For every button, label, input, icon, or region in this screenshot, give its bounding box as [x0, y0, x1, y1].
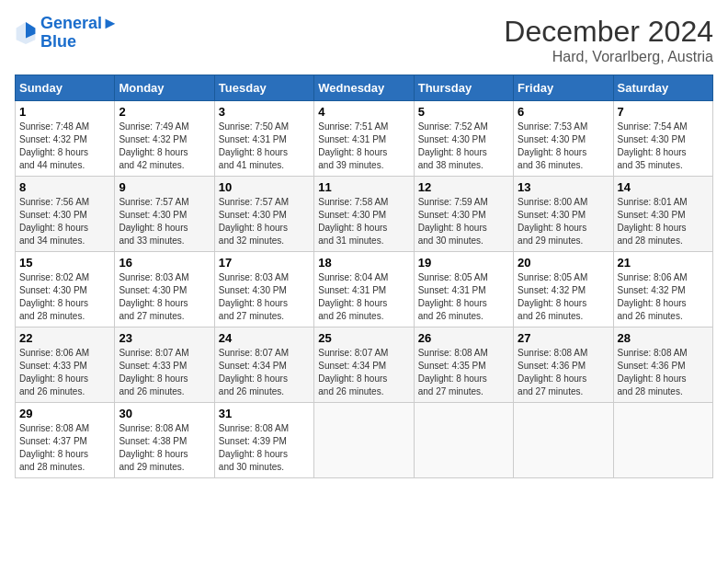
day-info: Sunrise: 7:57 AM Sunset: 4:30 PM Dayligh…: [119, 196, 210, 247]
weekday-header: Saturday: [613, 75, 712, 101]
calendar-cell: 22Sunrise: 8:06 AM Sunset: 4:33 PM Dayli…: [16, 327, 115, 403]
calendar-cell: 2Sunrise: 7:49 AM Sunset: 4:32 PM Daylig…: [115, 101, 214, 177]
day-info: Sunrise: 8:08 AM Sunset: 4:39 PM Dayligh…: [219, 422, 310, 474]
day-info: Sunrise: 8:08 AM Sunset: 4:36 PM Dayligh…: [518, 347, 609, 398]
day-info: Sunrise: 8:05 AM Sunset: 4:31 PM Dayligh…: [418, 271, 509, 323]
calendar-cell: 6Sunrise: 7:53 AM Sunset: 4:30 PM Daylig…: [514, 101, 613, 177]
calendar-cell: 11Sunrise: 7:58 AM Sunset: 4:30 PM Dayli…: [314, 177, 414, 252]
day-info: Sunrise: 8:00 AM Sunset: 4:30 PM Dayligh…: [518, 196, 609, 247]
day-number: 23: [119, 331, 210, 345]
calendar-cell: [514, 403, 613, 478]
calendar-cell: 15Sunrise: 8:02 AM Sunset: 4:30 PM Dayli…: [16, 252, 115, 327]
day-number: 30: [119, 407, 210, 420]
title-area: December 2024 Hard, Vorarlberg, Austria: [504, 15, 713, 65]
day-info: Sunrise: 7:59 AM Sunset: 4:30 PM Dayligh…: [418, 196, 509, 247]
logo-general: General: [40, 14, 102, 32]
day-number: 20: [518, 256, 609, 270]
calendar-cell: 3Sunrise: 7:50 AM Sunset: 4:31 PM Daylig…: [214, 101, 313, 177]
calendar-week-row: 29Sunrise: 8:08 AM Sunset: 4:37 PM Dayli…: [16, 403, 713, 478]
day-info: Sunrise: 7:51 AM Sunset: 4:31 PM Dayligh…: [318, 121, 409, 172]
calendar-cell: 30Sunrise: 8:08 AM Sunset: 4:38 PM Dayli…: [115, 403, 214, 478]
calendar-cell: 13Sunrise: 8:00 AM Sunset: 4:30 PM Dayli…: [514, 177, 613, 252]
day-number: 10: [219, 180, 310, 194]
calendar-cell: 12Sunrise: 7:59 AM Sunset: 4:30 PM Dayli…: [414, 177, 513, 252]
day-number: 5: [418, 105, 509, 119]
day-number: 31: [219, 407, 310, 420]
day-number: 1: [19, 105, 110, 119]
day-number: 25: [318, 331, 409, 345]
calendar-cell: 27Sunrise: 8:08 AM Sunset: 4:36 PM Dayli…: [514, 327, 613, 403]
day-number: 9: [119, 180, 210, 194]
day-number: 12: [418, 180, 509, 194]
logo-text: General► Blue: [40, 15, 119, 52]
day-number: 17: [219, 256, 310, 270]
day-info: Sunrise: 7:50 AM Sunset: 4:31 PM Dayligh…: [219, 121, 310, 172]
day-info: Sunrise: 8:04 AM Sunset: 4:31 PM Dayligh…: [318, 271, 409, 323]
day-info: Sunrise: 8:01 AM Sunset: 4:30 PM Dayligh…: [618, 196, 709, 247]
day-info: Sunrise: 7:54 AM Sunset: 4:30 PM Dayligh…: [618, 121, 709, 172]
weekday-header: Sunday: [16, 75, 115, 101]
day-number: 28: [618, 331, 709, 345]
day-info: Sunrise: 7:53 AM Sunset: 4:30 PM Dayligh…: [518, 121, 609, 172]
day-info: Sunrise: 8:05 AM Sunset: 4:32 PM Dayligh…: [518, 271, 609, 323]
day-info: Sunrise: 8:06 AM Sunset: 4:33 PM Dayligh…: [19, 347, 110, 398]
day-info: Sunrise: 8:07 AM Sunset: 4:34 PM Dayligh…: [318, 347, 409, 398]
weekday-header: Thursday: [414, 75, 513, 101]
calendar-cell: 28Sunrise: 8:08 AM Sunset: 4:36 PM Dayli…: [613, 327, 712, 403]
calendar-week-row: 22Sunrise: 8:06 AM Sunset: 4:33 PM Dayli…: [16, 327, 713, 403]
day-info: Sunrise: 7:48 AM Sunset: 4:32 PM Dayligh…: [19, 121, 110, 172]
day-info: Sunrise: 8:08 AM Sunset: 4:37 PM Dayligh…: [19, 422, 110, 474]
day-number: 24: [219, 331, 310, 345]
day-number: 26: [418, 331, 509, 345]
calendar-cell: [314, 403, 414, 478]
calendar-cell: [414, 403, 513, 478]
day-number: 27: [518, 331, 609, 345]
calendar-cell: 21Sunrise: 8:06 AM Sunset: 4:32 PM Dayli…: [613, 252, 712, 327]
calendar-cell: 18Sunrise: 8:04 AM Sunset: 4:31 PM Dayli…: [314, 252, 414, 327]
day-number: 15: [19, 256, 110, 270]
day-info: Sunrise: 7:52 AM Sunset: 4:30 PM Dayligh…: [418, 121, 509, 172]
calendar-cell: 9Sunrise: 7:57 AM Sunset: 4:30 PM Daylig…: [115, 177, 214, 252]
day-info: Sunrise: 7:56 AM Sunset: 4:30 PM Dayligh…: [19, 196, 110, 247]
day-number: 7: [618, 105, 709, 119]
day-number: 13: [518, 180, 609, 194]
calendar-cell: 23Sunrise: 8:07 AM Sunset: 4:33 PM Dayli…: [115, 327, 214, 403]
calendar-cell: 10Sunrise: 7:57 AM Sunset: 4:30 PM Dayli…: [214, 177, 313, 252]
day-number: 22: [19, 331, 110, 345]
calendar-cell: 19Sunrise: 8:05 AM Sunset: 4:31 PM Dayli…: [414, 252, 513, 327]
calendar-cell: 20Sunrise: 8:05 AM Sunset: 4:32 PM Dayli…: [514, 252, 613, 327]
day-info: Sunrise: 8:03 AM Sunset: 4:30 PM Dayligh…: [219, 271, 310, 323]
day-number: 3: [219, 105, 310, 119]
day-info: Sunrise: 8:08 AM Sunset: 4:35 PM Dayligh…: [418, 347, 509, 398]
day-info: Sunrise: 8:07 AM Sunset: 4:33 PM Dayligh…: [119, 347, 210, 398]
day-number: 11: [318, 180, 409, 194]
calendar-week-row: 1Sunrise: 7:48 AM Sunset: 4:32 PM Daylig…: [16, 101, 713, 177]
day-number: 18: [318, 256, 409, 270]
day-number: 4: [318, 105, 409, 119]
day-info: Sunrise: 7:49 AM Sunset: 4:32 PM Dayligh…: [119, 121, 210, 172]
calendar-cell: 25Sunrise: 8:07 AM Sunset: 4:34 PM Dayli…: [314, 327, 414, 403]
calendar-cell: 1Sunrise: 7:48 AM Sunset: 4:32 PM Daylig…: [16, 101, 115, 177]
day-number: 14: [618, 180, 709, 194]
page-header: General► Blue December 2024 Hard, Vorarl…: [15, 15, 713, 65]
calendar-cell: [613, 403, 712, 478]
calendar-cell: 7Sunrise: 7:54 AM Sunset: 4:30 PM Daylig…: [613, 101, 712, 177]
calendar-cell: 29Sunrise: 8:08 AM Sunset: 4:37 PM Dayli…: [16, 403, 115, 478]
logo-blue: Blue: [40, 33, 119, 52]
calendar-cell: 31Sunrise: 8:08 AM Sunset: 4:39 PM Dayli…: [214, 403, 313, 478]
weekday-header: Monday: [115, 75, 214, 101]
weekday-header: Friday: [514, 75, 613, 101]
calendar-cell: 8Sunrise: 7:56 AM Sunset: 4:30 PM Daylig…: [16, 177, 115, 252]
calendar-cell: 17Sunrise: 8:03 AM Sunset: 4:30 PM Dayli…: [214, 252, 313, 327]
calendar-cell: 16Sunrise: 8:03 AM Sunset: 4:30 PM Dayli…: [115, 252, 214, 327]
day-number: 6: [518, 105, 609, 119]
day-number: 16: [119, 256, 210, 270]
day-info: Sunrise: 8:06 AM Sunset: 4:32 PM Dayligh…: [618, 271, 709, 323]
calendar-week-row: 8Sunrise: 7:56 AM Sunset: 4:30 PM Daylig…: [16, 177, 713, 252]
day-number: 8: [19, 180, 110, 194]
day-info: Sunrise: 8:03 AM Sunset: 4:30 PM Dayligh…: [119, 271, 210, 323]
calendar-week-row: 15Sunrise: 8:02 AM Sunset: 4:30 PM Dayli…: [16, 252, 713, 327]
calendar-cell: 5Sunrise: 7:52 AM Sunset: 4:30 PM Daylig…: [414, 101, 513, 177]
calendar-table: SundayMondayTuesdayWednesdayThursdayFrid…: [15, 75, 713, 478]
day-number: 29: [19, 407, 110, 420]
